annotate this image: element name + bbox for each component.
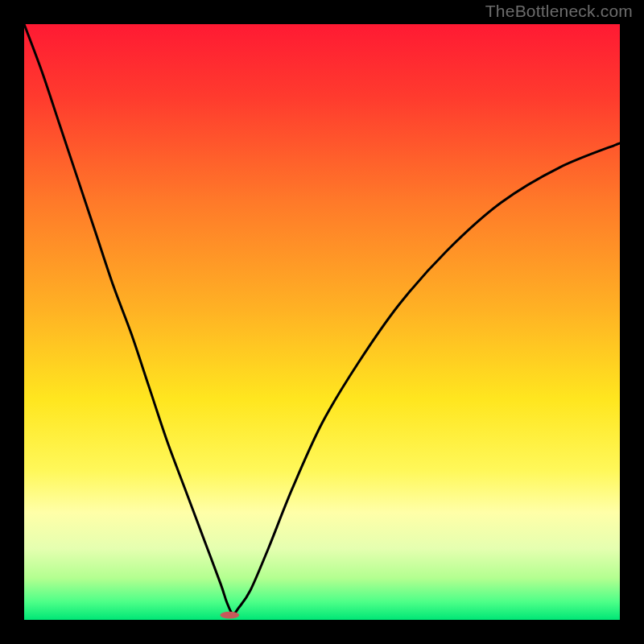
gradient-background (24, 24, 620, 620)
watermark-text: TheBottleneck.com (485, 2, 633, 21)
chart-outer: TheBottleneck.com (0, 0, 644, 644)
optimum-marker (220, 612, 239, 619)
plot-area (24, 24, 620, 620)
bottleneck-chart (24, 24, 620, 620)
